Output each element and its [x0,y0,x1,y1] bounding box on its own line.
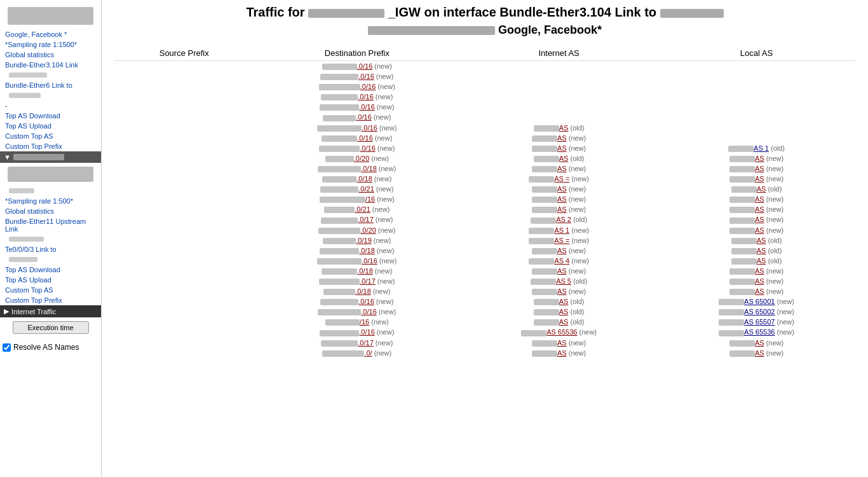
execution-time-button[interactable]: Execution time [13,321,89,334]
inet-as-cell: AS = (new) [460,235,658,245]
sidebar-item-top-as-upload-1[interactable]: Top AS Upload [0,121,101,131]
dest-prefix-link[interactable]: .0/16 [358,73,374,80]
local-as-link[interactable]: AS [755,155,764,162]
dest-prefix-link[interactable]: .0/16 [360,144,375,152]
local-as-link[interactable]: AS 65536 [744,328,775,336]
dest-prefix-link[interactable]: .0/17 [358,339,373,347]
inet-as-link[interactable]: AS [559,308,569,315]
dest-prefix-link[interactable]: .0/18 [361,165,376,172]
inet-as-link[interactable]: AS [557,144,567,152]
local-as-cell: AS 65507 (new) [658,317,855,327]
local-as-link[interactable]: AS [755,287,764,295]
dest-prefix-link[interactable]: .0/16 [358,93,373,100]
sidebar-item-bundle-ether6[interactable]: Bundle-Ether6 Link to [0,80,101,90]
local-as-link[interactable]: AS [757,247,766,254]
inet-as-link[interactable]: AS [557,185,567,193]
inet-as-link[interactable]: AS [557,165,567,172]
inet-as-cell: AS 5 (old) [460,276,658,286]
dest-prefix-link[interactable]: .0/17 [358,216,373,223]
local-as-link[interactable]: AS [757,237,766,244]
dest-prefix-link[interactable]: .0/16 [356,113,371,121]
local-as-link[interactable]: AS 65507 [744,318,775,326]
inet-as-link[interactable]: AS [559,124,569,132]
dest-prefix-link[interactable]: .0/21 [355,205,370,213]
dest-prefix-link[interactable]: .0/16 [361,308,376,315]
dest-prefix-link[interactable]: .0/16 [359,328,374,336]
local-as-link[interactable]: AS [757,257,766,265]
local-as-link[interactable]: AS [755,339,764,347]
sidebar-item-global-stats-1[interactable]: Global statistics [0,50,101,60]
sidebar-item-top-as-upload-2[interactable]: Top AS Upload [0,275,101,285]
dest-prefix-link[interactable]: .0/ [364,349,372,357]
dest-prefix-link[interactable]: .0/18 [357,267,372,275]
sidebar-item-sampling-1[interactable]: *Sampling rate 1:1500* [0,39,101,50]
local-as-link[interactable]: AS [755,205,764,213]
dest-prefix-link[interactable]: .0/16 [357,134,372,142]
sidebar-item-google-facebook[interactable]: Google, Facebook * [0,29,101,39]
local-as-link[interactable]: AS [755,267,764,275]
inet-as-link[interactable]: AS [557,247,567,254]
dest-prefix-link[interactable]: .0/16 [362,124,377,132]
local-as-link[interactable]: AS [755,216,764,223]
local-as-link[interactable]: AS [755,195,764,203]
sidebar-item-custom-top-as-1[interactable]: Custom Top AS [0,131,101,141]
inet-as-link[interactable]: AS [557,134,567,142]
local-as-link[interactable]: AS [755,165,764,172]
sidebar-item-global-stats-2[interactable]: Global statistics [0,206,101,216]
dest-prefix-link[interactable]: .0/18 [359,247,374,254]
inet-as-link[interactable]: AS [559,298,569,305]
local-as-link[interactable]: AS [757,185,766,193]
dest-prefix-link[interactable]: .0/16 [360,83,376,90]
local-as-link[interactable]: AS [755,349,764,357]
dest-prefix-link[interactable]: .0/20 [354,155,369,162]
dest-prefix-link[interactable]: .0/18 [355,287,370,295]
dest-prefix-link[interactable]: .0/16 [359,103,374,111]
sidebar-item-custom-top-prefix-2[interactable]: Custom Top Prefix [0,295,101,305]
inet-as-link[interactable]: AS = [554,237,569,244]
inet-as-status: (old) [568,124,584,132]
inet-as-link[interactable]: AS [557,267,567,275]
dest-prefix-link[interactable]: /16 [365,195,375,203]
sidebar-item-custom-top-as-2[interactable]: Custom Top AS [0,285,101,295]
inet-as-link[interactable]: AS [557,205,567,213]
dest-prefix-link[interactable]: .0/19 [356,237,371,244]
inet-as-link[interactable]: AS [559,318,569,326]
sidebar-item-top-as-download-2[interactable]: Top AS Download [0,265,101,275]
local-as-link[interactable]: AS [755,175,764,183]
dest-prefix-link[interactable]: .0/17 [360,277,375,285]
dest-prefix-blur [320,104,359,111]
inet-as-link[interactable]: AS [557,339,567,347]
inet-as-link[interactable]: AS = [554,175,569,183]
dest-prefix-link[interactable]: .0/20 [360,226,376,234]
internet-traffic-header[interactable]: ▶ Internet Traffic [0,305,101,317]
dest-prefix-link[interactable]: .0/16 [357,62,372,70]
dest-prefix-link[interactable]: .0/16 [362,257,377,265]
local-as-link[interactable]: AS 65001 [744,298,775,305]
sidebar-item-custom-top-prefix-1[interactable]: Custom Top Prefix [0,141,101,151]
sidebar-item-te0[interactable]: Te0/0/0/3 Link to [0,244,101,254]
dest-prefix-link[interactable]: .0/21 [358,185,374,193]
local-as-link[interactable]: AS 1 [754,144,769,152]
resolve-as-checkbox[interactable] [3,343,11,352]
sidebar-item-sampling-2[interactable]: *Sampling rate 1:500* [0,196,101,206]
inet-as-link[interactable]: AS [559,155,569,162]
inet-as-link[interactable]: AS [557,195,567,203]
inet-as-link[interactable]: AS [557,349,567,357]
sidebar-item-bundle-ether11[interactable]: Bundle-Ether11 Upstream Link [0,216,101,234]
inet-as-link[interactable]: AS [557,287,567,295]
dest-prefix-link[interactable]: /16 [360,318,369,326]
dest-prefix-link[interactable]: .0/18 [356,175,372,183]
sidebar-item-top-as-download-1[interactable]: Top AS Download [0,111,101,121]
inet-as-link[interactable]: AS 4 [554,257,569,265]
inet-as-link[interactable]: AS 2 [556,216,571,223]
inet-as-link[interactable]: AS 5 [556,277,571,285]
inet-as-cell: AS 2 (old) [460,214,658,225]
local-as-link[interactable]: AS [755,277,764,285]
dest-prefix-cell: .0/17 (new) [254,338,460,348]
local-as-link[interactable]: AS [755,226,764,234]
local-as-link[interactable]: AS 65002 [744,308,775,315]
sidebar-item-bundle-ether3[interactable]: Bundle-Ether3.104 Link [0,60,101,70]
dest-prefix-link[interactable]: .0/16 [358,298,374,305]
inet-as-link[interactable]: AS 1 [554,226,569,234]
inet-as-link[interactable]: AS 65536 [546,328,577,336]
